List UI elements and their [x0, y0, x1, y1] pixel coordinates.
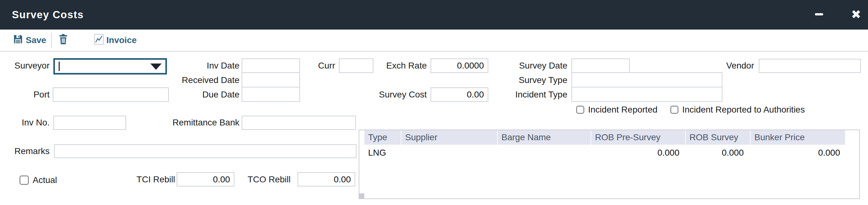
exch-rate-input[interactable] [431, 58, 488, 73]
survey-date-input[interactable] [571, 58, 630, 73]
scrollbar-corner [359, 194, 364, 198]
tco-rebill-label: TCO Rebill [244, 173, 290, 186]
save-button-label: Save [26, 35, 46, 45]
tci-rebill-input[interactable] [177, 172, 235, 186]
surveyor-dropdown[interactable] [53, 58, 167, 75]
cell-rob-survey[interactable]: 0.000 [686, 146, 744, 160]
inv-no-label: Inv No. [2, 116, 50, 130]
incident-reported-label: Incident Reported [588, 103, 657, 117]
remarks-input[interactable] [54, 144, 356, 158]
window-title: Survey Costs [12, 0, 84, 30]
surveyor-label: Surveyor [2, 59, 50, 73]
bunker-table: Type Supplier Barge Name ROB Pre-Survey … [359, 130, 860, 199]
incident-reported-to-authorities-label: Incident Reported to Authorities [682, 103, 805, 117]
actual-label: Actual [33, 173, 57, 187]
received-date-input[interactable] [242, 72, 300, 87]
save-icon [13, 34, 23, 46]
survey-type-input[interactable] [571, 72, 722, 87]
close-icon[interactable]: ✖ [847, 0, 865, 30]
column-header-supplier[interactable]: Supplier [401, 130, 497, 145]
inv-date-input[interactable] [242, 58, 300, 73]
vendor-input[interactable] [759, 59, 861, 73]
due-date-label: Due Date [177, 88, 240, 102]
tco-rebill-input[interactable] [298, 172, 355, 186]
inv-no-input[interactable] [53, 116, 126, 130]
vendor-label: Vendor [716, 59, 754, 73]
port-label: Port [2, 88, 50, 102]
cell-rob-pre-survey[interactable]: 0.000 [591, 146, 679, 160]
toolbar-separator [51, 33, 52, 48]
remittance-bank-input[interactable] [242, 116, 356, 130]
trash-icon [59, 34, 67, 47]
curr-label: Curr [304, 59, 335, 73]
due-date-input[interactable] [242, 87, 300, 102]
survey-costs-window: Survey Costs ✖ Save [0, 0, 868, 205]
exch-rate-label: Exch Rate [380, 59, 427, 73]
column-header-rob-survey[interactable]: ROB Survey [686, 130, 750, 145]
toolbar: Save [0, 30, 868, 52]
incident-reported-checkbox[interactable] [576, 106, 584, 114]
text-cursor [59, 61, 60, 71]
remarks-label: Remarks [2, 144, 50, 158]
incident-reported-to-authorities-checkbox[interactable] [670, 106, 678, 114]
column-header-rob-pre-survey[interactable]: ROB Pre-Survey [591, 130, 685, 145]
inv-date-label: Inv Date [177, 59, 240, 73]
cell-bunker-price[interactable]: 0.000 [751, 146, 840, 160]
actual-checkbox[interactable] [20, 175, 29, 185]
title-bar: Survey Costs ✖ [0, 0, 868, 30]
survey-type-label: Survey Type [511, 73, 567, 87]
cell-type[interactable]: LNG [368, 146, 400, 160]
delete-button[interactable] [59, 30, 67, 51]
column-header-type[interactable]: Type [364, 130, 401, 145]
survey-cost-input[interactable] [431, 87, 488, 102]
curr-input[interactable] [339, 58, 373, 73]
received-date-label: Received Date [164, 73, 240, 87]
chevron-down-icon [150, 63, 162, 70]
remittance-bank-label: Remittance Bank [158, 116, 240, 130]
tci-rebill-label: TCI Rebill [128, 173, 175, 186]
invoice-button[interactable]: Invoice [94, 30, 136, 51]
survey-cost-label: Survey Cost [370, 88, 427, 102]
invoice-chart-icon [94, 34, 103, 47]
column-header-barge-name[interactable]: Barge Name [498, 130, 591, 145]
port-input[interactable] [53, 87, 169, 102]
invoice-button-label: Invoice [106, 35, 136, 45]
survey-date-label: Survey Date [511, 59, 567, 73]
minimize-icon[interactable] [815, 13, 823, 16]
incident-type-input[interactable] [571, 87, 722, 102]
incident-type-label: Incident Type [505, 88, 567, 102]
column-header-bunker-price[interactable]: Bunker Price [751, 130, 845, 145]
save-button[interactable]: Save [13, 30, 46, 51]
